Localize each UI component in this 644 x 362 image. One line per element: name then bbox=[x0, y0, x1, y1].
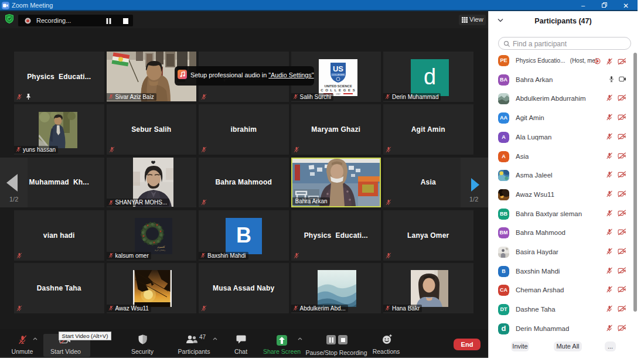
svg-text:COLLEGES: COLLEGES bbox=[332, 73, 345, 76]
svg-text:US: US bbox=[332, 64, 343, 73]
svg-text:كلسوم: كلسوم bbox=[157, 245, 165, 248]
svg-text:1987: 1987 bbox=[336, 93, 340, 95]
svg-text:رمضان كريم: رمضان كريم bbox=[154, 249, 165, 251]
svg-text:UNITED SCIENCE: UNITED SCIENCE bbox=[324, 84, 352, 88]
svg-text:C O L L E G E S: C O L L E G E S bbox=[321, 88, 355, 92]
